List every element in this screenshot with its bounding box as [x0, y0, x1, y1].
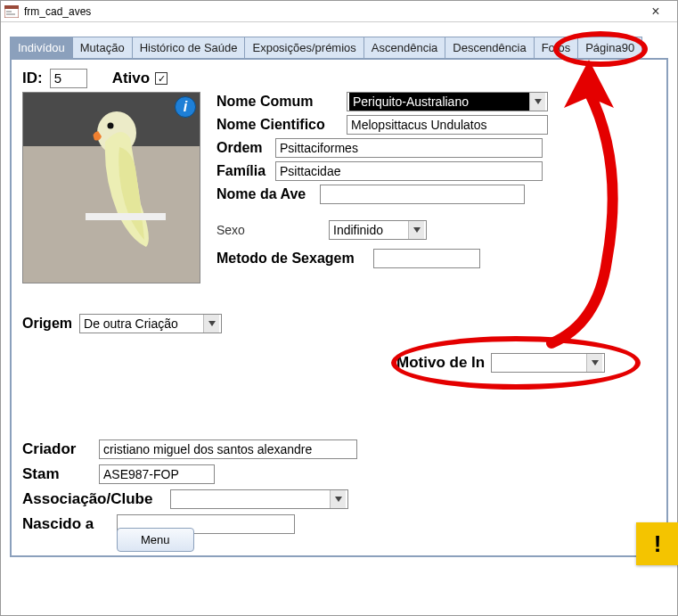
- tab-mutacao[interactable]: Mutação: [72, 37, 133, 58]
- chevron-down-icon: [408, 221, 424, 239]
- close-button[interactable]: ×: [638, 3, 674, 21]
- svg-rect-3: [6, 13, 15, 15]
- associacao-label: Associação/Clube: [22, 490, 165, 508]
- stam-input[interactable]: [99, 464, 215, 484]
- origem-select[interactable]: De outra Criação: [79, 314, 222, 333]
- associacao-select[interactable]: [170, 489, 348, 509]
- info-icon[interactable]: i: [175, 96, 196, 118]
- bird-image: [86, 106, 166, 249]
- sexo-select[interactable]: Indifinido: [329, 220, 427, 240]
- nascido-label: Nascido a: [22, 515, 111, 533]
- title-bar: frm_cad_aves ×: [1, 1, 677, 22]
- metodo-sexagem-label: Metodo de Sexagem: [216, 251, 368, 267]
- criador-input[interactable]: [99, 439, 357, 459]
- nome-comum-select[interactable]: Periquito-Australiano: [347, 92, 548, 111]
- tab-historico-saude[interactable]: Histórico de Saúde: [132, 37, 246, 58]
- nome-comum-value: Periquito-Australiano: [349, 93, 529, 111]
- origem-value: De outra Criação: [82, 316, 203, 331]
- sexo-label: Sexo: [216, 223, 323, 237]
- stam-label: Stam: [22, 465, 94, 483]
- bird-photo[interactable]: i: [22, 92, 200, 283]
- nome-cientifico-input[interactable]: [347, 115, 548, 135]
- sexo-value: Indifinido: [331, 223, 408, 237]
- svg-rect-2: [6, 11, 12, 12]
- ativo-checkbox[interactable]: ✓: [155, 72, 167, 85]
- familia-label: Família: [216, 163, 270, 179]
- svg-point-5: [108, 123, 114, 129]
- id-label: ID:: [22, 70, 43, 87]
- tab-strip: Indivídou Mutação Histórico de Saúde Exp…: [1, 37, 677, 58]
- tab-exposicoes-premios[interactable]: Exposições/prémios: [244, 37, 364, 58]
- menu-button[interactable]: Menu: [117, 528, 194, 552]
- chevron-down-icon: [330, 490, 346, 508]
- id-value: 5: [50, 69, 87, 88]
- form-icon: [4, 5, 19, 18]
- tab-pagina90[interactable]: Página90: [577, 37, 642, 58]
- tab-descendencia[interactable]: Descendência: [445, 37, 534, 58]
- ordem-input[interactable]: [275, 138, 543, 158]
- chevron-down-icon: [586, 354, 602, 372]
- ativo-label: Ativo: [112, 70, 151, 87]
- ordem-label: Ordem: [216, 140, 270, 156]
- nome-ave-input[interactable]: [320, 185, 525, 204]
- origem-label: Origem: [22, 316, 72, 332]
- chevron-down-icon: [529, 93, 545, 111]
- chevron-down-icon: [203, 315, 219, 333]
- motivo-in-label: Motivo de In: [396, 354, 486, 372]
- criador-label: Criador: [22, 440, 94, 458]
- window-title: frm_cad_aves: [24, 5, 638, 18]
- warning-badge[interactable]: !: [636, 522, 678, 565]
- tab-ascendencia[interactable]: Ascendência: [364, 37, 445, 58]
- tab-content: ID: 5 Ativo ✓: [10, 58, 668, 557]
- tab-individou[interactable]: Indivídou: [10, 37, 73, 58]
- familia-input[interactable]: [275, 161, 543, 181]
- motivo-in-select[interactable]: [491, 353, 605, 373]
- nome-cientifico-label: Nome Cientifico: [216, 117, 341, 133]
- tab-fotos[interactable]: Fotos: [534, 37, 579, 58]
- svg-rect-6: [86, 213, 166, 220]
- nome-ave-label: Nome da Ave: [216, 186, 314, 202]
- metodo-sexagem-input[interactable]: [373, 249, 480, 268]
- nome-comum-label: Nome Comum: [216, 94, 341, 110]
- svg-rect-1: [4, 5, 19, 9]
